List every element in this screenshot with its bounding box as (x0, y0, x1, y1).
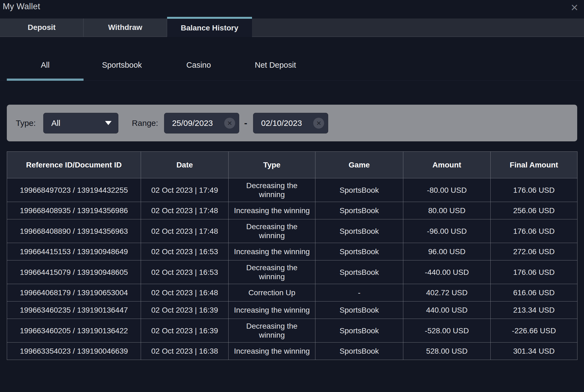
amount-cell: 96.00 USD (403, 243, 491, 260)
close-button[interactable]: × (569, 2, 580, 13)
date-cell: 02 Oct 2023 | 16:53 (141, 243, 229, 260)
column-header-final-amount: Final Amount (491, 152, 577, 178)
column-header-amount: Amount (403, 152, 491, 178)
game-cell: SportsBook (315, 260, 403, 284)
final-amount-cell: 272.06 USD (491, 243, 577, 260)
date-cell: 02 Oct 2023 | 17:49 (141, 178, 229, 202)
date-cell: 02 Oct 2023 | 16:53 (141, 260, 229, 284)
table-row: 199664415079 / 139190948605 02 Oct 2023 … (7, 260, 577, 284)
date-cell: 02 Oct 2023 | 17:48 (141, 219, 229, 243)
final-amount-cell: 213.34 USD (491, 301, 577, 319)
type-select[interactable]: All (43, 113, 118, 133)
final-amount-cell: 176.06 USD (491, 219, 577, 243)
date-from-value: 25/09/2023 (172, 119, 213, 128)
clear-date-to-button[interactable]: × (313, 118, 324, 129)
amount-cell: -440.00 USD (403, 260, 491, 284)
game-cell: SportsBook (315, 178, 403, 202)
game-cell: SportsBook (315, 301, 403, 319)
subtab-all[interactable]: All (7, 52, 84, 81)
subtab-label: Net Deposit (255, 61, 296, 70)
date-cell: 02 Oct 2023 | 17:48 (141, 202, 229, 219)
table-row: 199668408935 / 139194356986 02 Oct 2023 … (7, 202, 577, 219)
type-cell: Decreasing the winning (229, 219, 315, 243)
amount-cell: 80.00 USD (403, 202, 491, 219)
game-cell: SportsBook (315, 343, 403, 360)
table-row: 199663354023 / 139190046639 02 Oct 2023 … (7, 343, 577, 360)
reference-id-cell: 199663460235 / 139190136447 (7, 301, 141, 319)
game-cell: SportsBook (315, 219, 403, 243)
final-amount-cell: 301.34 USD (491, 343, 577, 360)
type-label: Type: (16, 119, 36, 128)
amount-cell: 402.72 USD (403, 284, 491, 301)
table-header-row: Reference ID/Document ID Date Type Game … (7, 152, 577, 178)
subtab-label: Casino (186, 61, 211, 70)
date-cell: 02 Oct 2023 | 16:39 (141, 301, 229, 319)
reference-id-cell: 199664415153 / 139190948649 (7, 243, 141, 260)
column-header-date: Date (141, 152, 229, 178)
column-header-type: Type (229, 152, 315, 178)
final-amount-cell: 176.06 USD (491, 178, 577, 202)
game-cell: SportsBook (315, 243, 403, 260)
reference-id-cell: 199663460205 / 139190136422 (7, 319, 141, 343)
reference-id-cell: 199668408935 / 139194356986 (7, 202, 141, 219)
main-tabs: Deposit Withdraw Balance History (0, 18, 584, 37)
subtab-casino[interactable]: Casino (160, 52, 237, 81)
game-cell: - (315, 284, 403, 301)
tab-label: Deposit (28, 23, 56, 32)
reference-id-cell: 199668408890 / 139194356963 (7, 219, 141, 243)
filter-bar: Type: All Range: 25/09/2023 × - 02/10/20… (7, 105, 577, 141)
date-cell: 02 Oct 2023 | 16:38 (141, 343, 229, 360)
final-amount-cell: 256.06 USD (491, 202, 577, 219)
game-cell: SportsBook (315, 319, 403, 343)
amount-cell: 440.00 USD (403, 301, 491, 319)
type-cell: Increasing the winning (229, 202, 315, 219)
tab-label: Withdraw (108, 23, 142, 32)
clear-date-from-button[interactable]: × (224, 118, 235, 129)
tab-balance-history[interactable]: Balance History (167, 17, 252, 37)
table-row: 199664415153 / 139190948649 02 Oct 2023 … (7, 243, 577, 260)
date-to-input[interactable]: 02/10/2023 × (253, 113, 328, 133)
balance-subtabs: All Sportsbook Casino Net Deposit (7, 52, 577, 81)
column-header-game: Game (315, 152, 403, 178)
table-row: 199668497023 / 139194432255 02 Oct 2023 … (7, 178, 577, 202)
table-row: 199663460205 / 139190136422 02 Oct 2023 … (7, 319, 577, 343)
type-cell: Increasing the winning (229, 243, 315, 260)
final-amount-cell: 616.06 USD (491, 284, 577, 301)
range-separator: - (244, 118, 247, 128)
chevron-down-icon (105, 121, 112, 125)
subtab-label: Sportsbook (102, 61, 142, 70)
date-cell: 02 Oct 2023 | 16:39 (141, 319, 229, 343)
tab-deposit[interactable]: Deposit (0, 18, 84, 37)
type-cell: Correction Up (229, 284, 315, 301)
balance-history-table: Reference ID/Document ID Date Type Game … (7, 151, 577, 360)
page-title: My Wallet (3, 2, 40, 11)
table-row: 199668408890 / 139194356963 02 Oct 2023 … (7, 219, 577, 243)
close-icon: × (571, 2, 578, 13)
type-cell: Decreasing the winning (229, 319, 315, 343)
type-cell: Increasing the winning (229, 301, 315, 319)
titlebar: My Wallet × (0, 0, 584, 18)
subtab-label: All (41, 61, 50, 70)
date-from-input[interactable]: 25/09/2023 × (164, 113, 239, 133)
clear-icon: × (316, 118, 321, 129)
type-cell: Increasing the winning (229, 343, 315, 360)
game-cell: SportsBook (315, 202, 403, 219)
tab-withdraw[interactable]: Withdraw (84, 18, 167, 37)
table-row: 199664068179 / 139190653004 02 Oct 2023 … (7, 284, 577, 301)
final-amount-cell: 176.06 USD (491, 260, 577, 284)
subtab-net-deposit[interactable]: Net Deposit (237, 52, 314, 81)
reference-id-cell: 199668497023 / 139194432255 (7, 178, 141, 202)
type-cell: Decreasing the winning (229, 260, 315, 284)
tabstrip-filler (252, 18, 584, 37)
date-cell: 02 Oct 2023 | 16:48 (141, 284, 229, 301)
amount-cell: -96.00 USD (403, 219, 491, 243)
tab-label: Balance History (181, 24, 238, 32)
reference-id-cell: 199664068179 / 139190653004 (7, 284, 141, 301)
type-select-value: All (51, 119, 60, 128)
amount-cell: -528.00 USD (403, 319, 491, 343)
type-cell: Decreasing the winning (229, 178, 315, 202)
subtab-sportsbook[interactable]: Sportsbook (84, 52, 160, 81)
column-header-reference-id: Reference ID/Document ID (7, 152, 141, 178)
clear-icon: × (227, 118, 232, 129)
table-row: 199663460235 / 139190136447 02 Oct 2023 … (7, 301, 577, 319)
